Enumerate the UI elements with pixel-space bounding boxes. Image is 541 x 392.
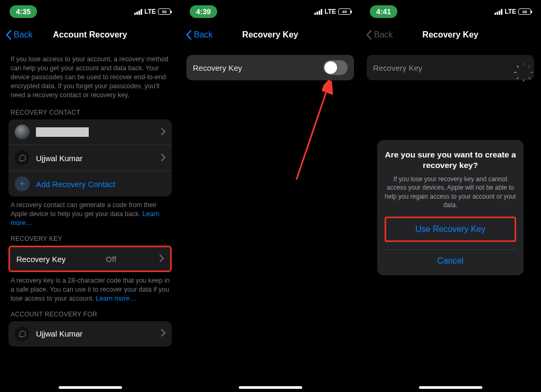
avatar-icon	[15, 326, 30, 341]
section-header-for: ACCOUNT RECOVERY FOR	[11, 311, 170, 318]
key-footer: A recovery key is a 28-character code th…	[11, 276, 170, 303]
status-bar: 4:35 LTE 50	[0, 0, 180, 23]
battery-icon: 50	[158, 8, 171, 15]
nav-bar: Back Recovery Key	[180, 23, 360, 46]
recovery-key-loading-row: Recovery Key	[367, 55, 534, 80]
contact-row-1[interactable]	[8, 119, 172, 145]
status-right: LTE 50	[134, 8, 171, 15]
learn-more-link[interactable]: Learn more…	[96, 295, 136, 302]
recovery-key-toggle-row: Recovery Key	[186, 55, 354, 80]
plus-icon: +	[15, 176, 30, 191]
carrier-label: LTE	[324, 8, 336, 15]
status-right: LTE 49	[314, 8, 351, 15]
home-indicator[interactable]	[239, 386, 302, 389]
recovery-key-row[interactable]: Recovery Key Off	[10, 247, 170, 270]
contact-name-redacted	[36, 127, 89, 137]
home-indicator[interactable]	[59, 386, 122, 389]
chevron-left-icon	[366, 30, 372, 40]
recovery-for-name: Ujjwal Kumar	[36, 329, 82, 338]
annotation-arrow-icon	[291, 79, 336, 185]
back-button[interactable]: Back	[5, 30, 33, 40]
spinner-icon	[518, 63, 528, 72]
recovery-contact-group: Ujjwal Kumar + Add Recovery Contact	[8, 119, 172, 197]
carrier-label: LTE	[505, 8, 516, 15]
chevron-left-icon	[5, 30, 12, 40]
recovery-key-loading-label: Recovery Key	[373, 63, 422, 72]
recovery-key-toggle[interactable]	[323, 60, 348, 75]
status-time: 4:35	[10, 5, 37, 18]
contact-footer: A recovery contact can generate a code f…	[11, 201, 170, 228]
alert-message: If you lose your recovery key and cannot…	[385, 175, 516, 209]
battery-icon: 49	[338, 8, 351, 15]
contact-name: Ujjwal Kumar	[36, 154, 82, 163]
signal-icon	[134, 9, 142, 15]
screen-recovery-key-alert: 4:41 LTE 48 Back Recovery Key Recovery K…	[360, 0, 540, 392]
avatar-icon	[15, 125, 30, 139]
screen-account-recovery: 4:35 LTE 50 Back Account Recovery If you…	[0, 0, 180, 392]
back-button-disabled: Back	[366, 30, 393, 40]
recovery-key-toggle-label: Recovery Key	[193, 63, 242, 72]
chevron-right-icon	[161, 154, 165, 163]
signal-icon	[495, 9, 502, 15]
home-indicator[interactable]	[419, 386, 482, 389]
screen-recovery-key-toggle: 4:39 LTE 49 Back Recovery Key Recovery K…	[180, 0, 360, 392]
confirmation-alert: Are you sure you want to create a recove…	[377, 140, 524, 275]
recovery-key-group: Recovery Key Off	[8, 246, 172, 272]
status-right: LTE 48	[495, 8, 531, 15]
chevron-left-icon	[185, 30, 192, 40]
chevron-right-icon	[161, 128, 165, 137]
recovery-key-label: Recovery Key	[16, 255, 66, 264]
back-button[interactable]: Back	[185, 30, 213, 40]
contact-row-2[interactable]: Ujjwal Kumar	[8, 145, 172, 171]
section-header-key: RECOVERY KEY	[11, 235, 170, 242]
intro-text: If you lose access to your account, a re…	[11, 55, 170, 99]
status-time: 4:41	[370, 5, 397, 18]
add-recovery-contact-button[interactable]: + Add Recovery Contact	[8, 171, 172, 197]
nav-bar: Back Account Recovery	[0, 23, 180, 46]
recovery-for-group: Ujjwal Kumar	[8, 321, 172, 347]
recovery-for-row[interactable]: Ujjwal Kumar	[8, 321, 172, 347]
status-bar: 4:41 LTE 48	[360, 0, 540, 23]
avatar-icon	[15, 151, 30, 165]
recovery-key-value: Off	[106, 255, 116, 264]
status-bar: 4:39 LTE 49	[180, 0, 360, 23]
carrier-label: LTE	[144, 8, 156, 15]
add-contact-label: Add Recovery Contact	[36, 180, 115, 189]
use-recovery-key-button[interactable]: Use Recovery Key	[385, 217, 516, 242]
svg-line-0	[296, 83, 329, 180]
chevron-right-icon	[161, 329, 165, 338]
status-time: 4:39	[190, 5, 217, 18]
nav-bar: Back Recovery Key	[360, 23, 540, 46]
section-header-contact: RECOVERY CONTACT	[11, 109, 170, 116]
chevron-right-icon	[160, 255, 164, 264]
signal-icon	[314, 9, 322, 15]
toggle-knob-icon	[324, 61, 337, 74]
battery-icon: 48	[518, 8, 531, 15]
cancel-button[interactable]: Cancel	[385, 249, 516, 272]
alert-title: Are you sure you want to create a recove…	[385, 150, 516, 171]
